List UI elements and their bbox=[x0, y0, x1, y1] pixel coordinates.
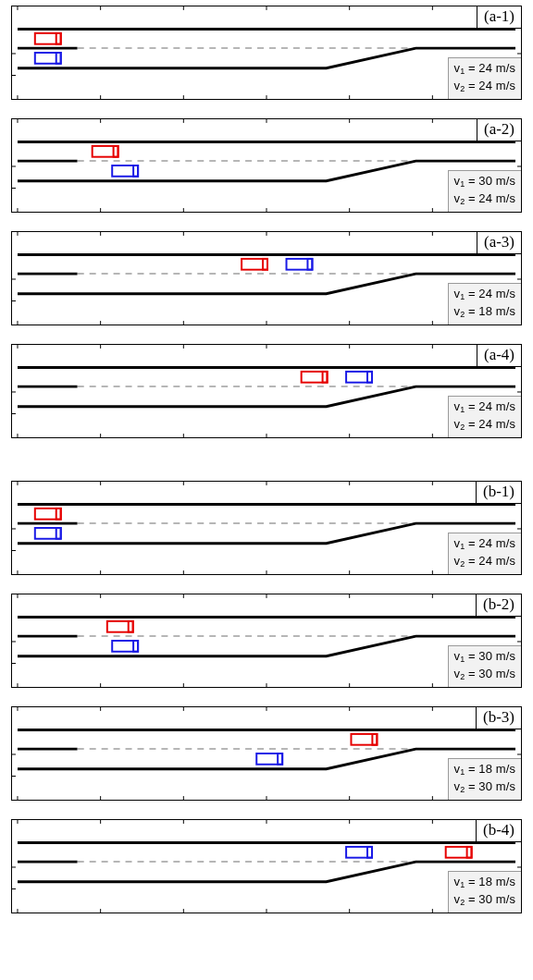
velocity-box: v1 = 24 m/sv2 = 24 m/s bbox=[448, 396, 521, 437]
vehicle-red bbox=[302, 372, 328, 383]
v-unit: m/s bbox=[496, 875, 515, 888]
vehicle-blue bbox=[112, 641, 138, 652]
v2-line: v2 = 18 m/s bbox=[454, 304, 515, 322]
velocity-box: v1 = 24 m/sv2 = 24 m/s bbox=[448, 533, 521, 574]
v2-value: 24 bbox=[478, 554, 492, 568]
panel-label: (a-1) bbox=[477, 6, 522, 29]
panel-a4: (a-4)v1 = 24 m/sv2 = 24 m/s bbox=[11, 344, 522, 438]
panel-b3: (b-3)v1 = 18 m/sv2 = 30 m/s bbox=[11, 706, 522, 801]
v2-line: v2 = 30 m/s bbox=[454, 667, 515, 684]
v1-value: 30 bbox=[478, 174, 492, 188]
velocity-box: v1 = 30 m/sv2 = 30 m/s bbox=[448, 645, 521, 687]
v2-line: v2 = 24 m/s bbox=[454, 417, 515, 435]
vehicle-red bbox=[35, 508, 61, 520]
svg-rect-124 bbox=[56, 528, 61, 539]
v-unit: m/s bbox=[496, 536, 515, 550]
svg-rect-174 bbox=[278, 753, 282, 765]
vehicle-red bbox=[242, 259, 267, 270]
panel-b1: (b-1)v1 = 24 m/sv2 = 24 m/s bbox=[11, 481, 522, 575]
vehicle-blue bbox=[256, 753, 282, 765]
v-unit: m/s bbox=[496, 79, 515, 92]
svg-rect-172 bbox=[372, 734, 377, 745]
svg-rect-24 bbox=[56, 53, 61, 64]
svg-rect-147 bbox=[129, 621, 133, 632]
svg-rect-149 bbox=[133, 641, 138, 652]
svg-rect-122 bbox=[56, 508, 61, 520]
vehicle-red bbox=[107, 621, 133, 632]
vehicle-blue bbox=[346, 847, 372, 858]
v1-line: v1 = 18 m/s bbox=[454, 762, 515, 779]
v1-line: v1 = 24 m/s bbox=[454, 536, 515, 554]
v1-line: v1 = 30 m/s bbox=[454, 174, 515, 191]
velocity-box: v1 = 30 m/sv2 = 24 m/s bbox=[448, 170, 521, 212]
v1-line: v1 = 24 m/s bbox=[454, 287, 515, 304]
panel-a1: (a-1)v1 = 24 m/sv2 = 24 m/s bbox=[11, 6, 522, 100]
v1-line: v1 = 24 m/s bbox=[454, 61, 515, 79]
velocity-box: v1 = 24 m/sv2 = 18 m/s bbox=[448, 283, 521, 325]
v-unit: m/s bbox=[496, 779, 515, 793]
vehicle-red bbox=[446, 847, 472, 858]
v2-line: v2 = 24 m/s bbox=[454, 554, 515, 571]
velocity-box: v1 = 18 m/sv2 = 30 m/s bbox=[448, 871, 521, 913]
panel-b2: (b-2)v1 = 30 m/sv2 = 30 m/s bbox=[11, 594, 522, 688]
v-unit: m/s bbox=[496, 554, 515, 568]
v1-line: v1 = 24 m/s bbox=[454, 399, 515, 417]
vehicle-blue bbox=[35, 53, 61, 64]
v1-line: v1 = 18 m/s bbox=[454, 875, 515, 892]
panel-b4: (b-4)v1 = 18 m/sv2 = 30 m/s bbox=[11, 819, 522, 913]
v2-value: 18 bbox=[478, 304, 492, 318]
vehicle-blue bbox=[346, 372, 372, 383]
panel-label: (b-2) bbox=[476, 594, 522, 617]
panel-label: (b-1) bbox=[476, 481, 522, 504]
v2-line: v2 = 24 m/s bbox=[454, 191, 515, 209]
v-unit: m/s bbox=[496, 287, 515, 300]
v2-value: 24 bbox=[478, 79, 492, 92]
v-unit: m/s bbox=[496, 762, 515, 776]
panel-label: (a-3) bbox=[477, 231, 522, 254]
vehicle-blue bbox=[35, 528, 61, 539]
v-unit: m/s bbox=[496, 417, 515, 431]
v-unit: m/s bbox=[496, 649, 515, 663]
vehicle-red bbox=[35, 33, 61, 44]
v1-value: 24 bbox=[478, 61, 492, 75]
svg-rect-197 bbox=[467, 847, 472, 858]
v-unit: m/s bbox=[496, 667, 515, 680]
panel-label: (a-4) bbox=[477, 344, 522, 367]
v-unit: m/s bbox=[496, 399, 515, 413]
v2-value: 24 bbox=[478, 191, 492, 205]
v2-value: 24 bbox=[478, 417, 492, 431]
v2-line: v2 = 30 m/s bbox=[454, 779, 515, 797]
v-unit: m/s bbox=[496, 191, 515, 205]
v1-value: 18 bbox=[478, 875, 492, 888]
v2-line: v2 = 30 m/s bbox=[454, 892, 515, 910]
v-unit: m/s bbox=[496, 174, 515, 188]
v-unit: m/s bbox=[496, 892, 515, 906]
svg-rect-74 bbox=[307, 259, 312, 270]
v1-value: 30 bbox=[478, 649, 492, 663]
vehicle-blue bbox=[112, 165, 138, 177]
v2-line: v2 = 24 m/s bbox=[454, 79, 515, 96]
v1-value: 24 bbox=[478, 287, 492, 300]
v2-value: 30 bbox=[478, 779, 492, 793]
v2-value: 30 bbox=[478, 667, 492, 680]
v1-line: v1 = 30 m/s bbox=[454, 649, 515, 667]
v-unit: m/s bbox=[496, 304, 515, 318]
svg-rect-199 bbox=[367, 847, 372, 858]
v2-value: 30 bbox=[478, 892, 492, 906]
panel-label: (a-2) bbox=[477, 118, 522, 141]
panel-a3: (a-3)v1 = 24 m/sv2 = 18 m/s bbox=[11, 231, 522, 325]
v1-value: 24 bbox=[478, 399, 492, 413]
svg-rect-49 bbox=[133, 165, 138, 177]
vehicle-red bbox=[351, 734, 377, 745]
svg-rect-22 bbox=[56, 33, 61, 44]
vehicle-blue bbox=[287, 259, 313, 270]
svg-rect-47 bbox=[114, 146, 118, 157]
panel-a2: (a-2)v1 = 30 m/sv2 = 24 m/s bbox=[11, 118, 522, 213]
v1-value: 18 bbox=[478, 762, 492, 776]
velocity-box: v1 = 18 m/sv2 = 30 m/s bbox=[448, 758, 521, 800]
svg-rect-72 bbox=[263, 259, 267, 270]
velocity-box: v1 = 24 m/sv2 = 24 m/s bbox=[448, 57, 521, 99]
panel-label: (b-3) bbox=[476, 706, 522, 729]
v-unit: m/s bbox=[496, 61, 515, 75]
svg-rect-97 bbox=[323, 372, 328, 383]
